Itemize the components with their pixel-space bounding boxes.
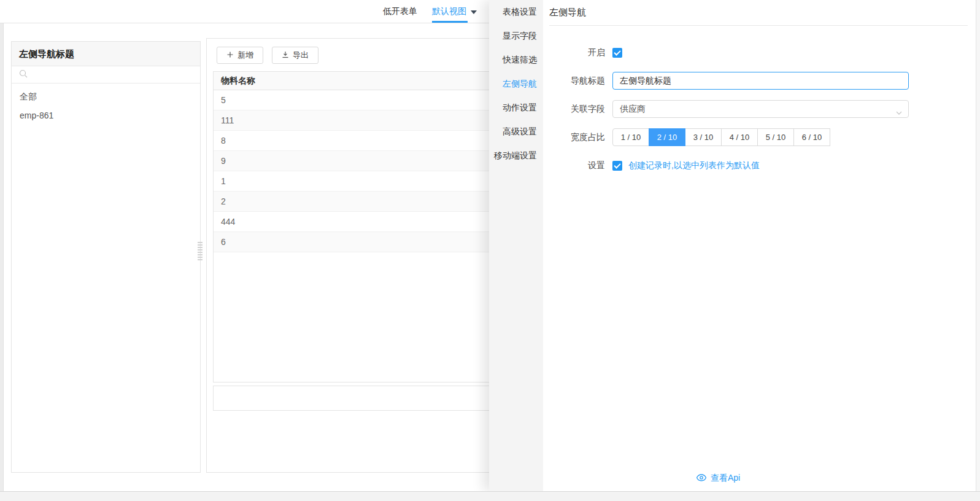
settings-row: 设置 创建记录时,以选中列表作为默认值: [543, 157, 980, 174]
width-ratio-group: 1 / 102 / 103 / 104 / 105 / 106 / 10: [612, 128, 830, 146]
export-button[interactable]: 导出: [272, 47, 318, 64]
search-icon: [19, 69, 28, 80]
settings-menu: 表格设置显示字段快速筛选左侧导航动作设置高级设置移动端设置: [489, 0, 543, 491]
related-field-row: 关联字段 供应商: [543, 100, 980, 118]
view-api-label: 查看Api: [711, 473, 740, 484]
width-ratio-row: 宽度占比 1 / 102 / 103 / 104 / 105 / 106 / 1…: [543, 128, 980, 146]
nav-title-input[interactable]: [612, 72, 909, 90]
left-nav-settings-form: 开启 导航标题 关联字段 供应商: [543, 44, 980, 174]
view-tabs: 低开表单 默认视图: [383, 0, 477, 23]
related-field-label: 关联字段: [543, 104, 605, 115]
page-bottom-edge: [0, 491, 980, 501]
tab-default-view-label: 默认视图: [432, 6, 466, 17]
width-ratio-option[interactable]: 2 / 10: [649, 128, 685, 146]
cell-material-name: 111: [221, 115, 234, 125]
settings-drawer: 表格设置显示字段快速筛选左侧导航动作设置高级设置移动端设置 左侧导航 开启 导航…: [489, 0, 980, 491]
settings-menu-item[interactable]: 快速筛选: [489, 48, 543, 72]
panel-splitter[interactable]: [197, 23, 203, 491]
cell-material-name: 8: [221, 136, 226, 146]
settings-checkbox[interactable]: [612, 161, 622, 171]
scrollbar-track[interactable]: [976, 0, 980, 491]
download-icon: [282, 51, 289, 60]
app-root: 低开表单 默认视图 左侧导航标题 全部emp-861: [0, 0, 980, 501]
settings-menu-item[interactable]: 移动端设置: [489, 144, 543, 168]
left-nav-search[interactable]: [12, 66, 200, 84]
cell-material-name: 9: [221, 156, 226, 166]
settings-menu-item[interactable]: 动作设置: [489, 96, 543, 120]
page-left-edge: [0, 23, 4, 491]
left-nav-list: 全部emp-861: [12, 84, 200, 125]
width-ratio-label: 宽度占比: [543, 132, 605, 143]
tab-low-open-form[interactable]: 低开表单: [383, 6, 417, 17]
divider: [549, 25, 968, 26]
view-api-link[interactable]: 查看Api: [696, 473, 740, 484]
cell-material-name: 1: [221, 176, 226, 186]
width-ratio-option[interactable]: 3 / 10: [685, 128, 722, 146]
left-nav-item[interactable]: emp-861: [12, 106, 200, 125]
chevron-down-icon: [895, 106, 903, 122]
width-ratio-option[interactable]: 1 / 10: [612, 128, 649, 146]
settings-menu-item[interactable]: 显示字段: [489, 24, 543, 48]
width-ratio-option[interactable]: 5 / 10: [757, 128, 794, 146]
settings-panel: 左侧导航 开启 导航标题 关联字段 供应商: [543, 0, 980, 491]
related-field-select[interactable]: 供应商: [612, 100, 909, 118]
eye-icon: [696, 473, 706, 483]
settings-menu-item[interactable]: 左侧导航: [489, 72, 543, 96]
settings-menu-item[interactable]: 表格设置: [489, 0, 543, 24]
tab-default-view[interactable]: 默认视图: [432, 0, 477, 23]
width-ratio-option[interactable]: 6 / 10: [793, 128, 830, 146]
caret-down-icon[interactable]: [471, 10, 477, 14]
settings-menu-item[interactable]: 高级设置: [489, 120, 543, 144]
related-field-value: 供应商: [620, 104, 646, 114]
add-button[interactable]: 新增: [217, 47, 263, 64]
enable-label: 开启: [543, 47, 605, 58]
width-ratio-option[interactable]: 4 / 10: [721, 128, 758, 146]
nav-title-label: 导航标题: [543, 76, 605, 87]
table-toolbar: 新增 导出: [217, 47, 318, 64]
nav-title-row: 导航标题: [543, 72, 980, 90]
cell-material-name: 2: [221, 196, 226, 206]
cell-material-name: 444: [221, 217, 235, 227]
add-button-label: 新增: [237, 50, 253, 61]
plus-icon: [226, 51, 234, 60]
left-nav-panel: 左侧导航标题 全部emp-861: [11, 41, 201, 473]
left-nav-title: 左侧导航标题: [12, 42, 200, 66]
settings-label: 设置: [543, 160, 605, 171]
drag-handle-icon[interactable]: [198, 242, 203, 260]
export-button-label: 导出: [293, 50, 309, 61]
cell-material-name: 6: [221, 237, 226, 247]
enable-checkbox[interactable]: [612, 48, 622, 58]
cell-material-name: 5: [221, 95, 226, 105]
left-nav-item[interactable]: 全部: [12, 87, 200, 106]
enable-row: 开启: [543, 44, 980, 61]
settings-panel-title: 左侧导航: [543, 0, 980, 18]
settings-option-label[interactable]: 创建记录时,以选中列表作为默认值: [628, 160, 760, 171]
